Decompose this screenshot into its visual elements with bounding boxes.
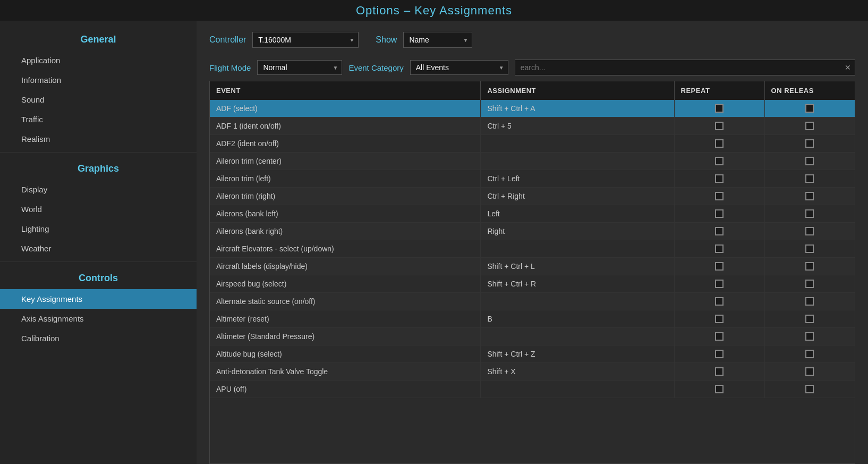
onrelease-checkbox[interactable]: [805, 227, 814, 235]
table-row[interactable]: Aileron trim (right)Ctrl + Right: [210, 188, 855, 205]
onrelease-checkbox[interactable]: [805, 280, 814, 288]
cell-assignment: Right: [481, 223, 674, 240]
table-row[interactable]: Ailerons (bank left)Left: [210, 205, 855, 223]
cell-onrelease: [764, 275, 855, 293]
cell-onrelease: [764, 223, 855, 240]
search-input[interactable]: [515, 60, 855, 75]
controller-select[interactable]: T.16000M Keyboard Mouse: [252, 32, 359, 48]
sidebar-divider-1: [0, 152, 197, 153]
table-row[interactable]: Anti-detonation Tank Valve ToggleShift +…: [210, 363, 855, 381]
repeat-checkbox[interactable]: [715, 367, 724, 376]
cell-assignment: [481, 240, 674, 258]
repeat-checkbox[interactable]: [715, 122, 724, 130]
cell-event: ADF 1 (ident on/off): [210, 117, 481, 135]
cell-repeat: [674, 363, 764, 381]
repeat-checkbox[interactable]: [715, 350, 724, 358]
table-row[interactable]: Alternate static source (on/off): [210, 293, 855, 310]
onrelease-checkbox[interactable]: [805, 139, 814, 148]
repeat-checkbox[interactable]: [715, 192, 724, 200]
repeat-checkbox[interactable]: [715, 262, 724, 271]
controller-label: Controller: [209, 35, 246, 45]
cell-repeat: [674, 293, 764, 310]
table-row[interactable]: Altimeter (reset)B: [210, 310, 855, 328]
table-row[interactable]: Aileron trim (center): [210, 153, 855, 170]
repeat-checkbox[interactable]: [715, 315, 724, 323]
table-row[interactable]: ADF (select)Shift + Ctrl + A: [210, 100, 855, 117]
sidebar-item-lighting[interactable]: Lighting: [0, 219, 197, 239]
table-row[interactable]: Airspeed bug (select)Shift + Ctrl + R: [210, 275, 855, 293]
header-assignment: ASSIGNMENT: [481, 81, 674, 100]
table-row[interactable]: Aircraft Elevators - select (up/down): [210, 240, 855, 258]
sidebar-item-traffic[interactable]: Traffic: [0, 109, 197, 129]
table-row[interactable]: Altitude bug (select)Shift + Ctrl + Z: [210, 345, 855, 363]
onrelease-checkbox[interactable]: [805, 297, 814, 306]
sidebar-item-sound[interactable]: Sound: [0, 90, 197, 109]
repeat-checkbox[interactable]: [715, 297, 724, 306]
repeat-checkbox[interactable]: [715, 385, 724, 393]
repeat-checkbox[interactable]: [715, 227, 724, 235]
repeat-checkbox[interactable]: [715, 280, 724, 288]
cell-assignment: B: [481, 310, 674, 328]
show-select[interactable]: Name Input Both: [403, 32, 472, 48]
onrelease-checkbox[interactable]: [805, 315, 814, 323]
main-layout: General Application Information Sound Tr…: [0, 21, 868, 464]
sidebar-item-calibration[interactable]: Calibration: [0, 328, 197, 348]
cell-assignment: [481, 328, 674, 345]
onrelease-checkbox[interactable]: [805, 122, 814, 130]
cell-assignment: Shift + Ctrl + R: [481, 275, 674, 293]
cell-event: Aircraft Elevators - select (up/down): [210, 240, 481, 258]
onrelease-checkbox[interactable]: [805, 174, 814, 183]
cell-event: Ailerons (bank right): [210, 223, 481, 240]
event-category-select[interactable]: All Events Flight Controls Engine Naviga…: [410, 60, 508, 75]
onrelease-checkbox[interactable]: [805, 385, 814, 393]
repeat-checkbox[interactable]: [715, 209, 724, 218]
cell-assignment: Left: [481, 205, 674, 223]
sidebar-item-display[interactable]: Display: [0, 180, 197, 199]
table-row[interactable]: ADF2 (ident on/off): [210, 135, 855, 153]
cell-repeat: [674, 188, 764, 205]
cell-onrelease: [764, 328, 855, 345]
search-clear-icon[interactable]: ✕: [845, 63, 851, 72]
onrelease-checkbox[interactable]: [805, 244, 814, 253]
sidebar-item-world[interactable]: World: [0, 199, 197, 219]
cell-onrelease: [764, 293, 855, 310]
table-row[interactable]: ADF 1 (ident on/off)Ctrl + 5: [210, 117, 855, 135]
onrelease-checkbox[interactable]: [805, 350, 814, 358]
table-row[interactable]: APU (off): [210, 381, 855, 398]
sidebar-item-key-assignments[interactable]: Key Assignments: [0, 289, 197, 309]
repeat-checkbox[interactable]: [715, 104, 724, 113]
sidebar-item-realism[interactable]: Realism: [0, 129, 197, 149]
cell-repeat: [674, 381, 764, 398]
onrelease-checkbox[interactable]: [805, 192, 814, 200]
repeat-checkbox[interactable]: [715, 174, 724, 183]
cell-event: Aileron trim (left): [210, 170, 481, 188]
onrelease-checkbox[interactable]: [805, 209, 814, 218]
sidebar-item-axis-assignments[interactable]: Axis Assignments: [0, 309, 197, 328]
onrelease-checkbox[interactable]: [805, 262, 814, 271]
flight-mode-select[interactable]: Normal All In-Flight On Ground: [257, 60, 342, 75]
sidebar-item-application[interactable]: Application: [0, 50, 197, 70]
onrelease-checkbox[interactable]: [805, 367, 814, 376]
table-row[interactable]: Aircraft labels (display/hide)Shift + Ct…: [210, 258, 855, 275]
repeat-checkbox[interactable]: [715, 244, 724, 253]
sidebar-general-title: General: [0, 27, 197, 50]
repeat-checkbox[interactable]: [715, 157, 724, 165]
sidebar-item-weather[interactable]: Weather: [0, 239, 197, 258]
onrelease-checkbox[interactable]: [805, 104, 814, 113]
table-row[interactable]: Altimeter (Standard Pressure): [210, 328, 855, 345]
onrelease-checkbox[interactable]: [805, 332, 814, 341]
repeat-checkbox[interactable]: [715, 139, 724, 148]
sidebar-graphics-title: Graphics: [0, 156, 197, 180]
table-row[interactable]: Ailerons (bank right)Right: [210, 223, 855, 240]
header-repeat: REPEAT: [674, 81, 764, 100]
repeat-checkbox[interactable]: [715, 332, 724, 341]
onrelease-checkbox[interactable]: [805, 157, 814, 165]
sidebar-item-information[interactable]: Information: [0, 70, 197, 90]
sidebar-controls-title: Controls: [0, 265, 197, 289]
table-row[interactable]: Aileron trim (left)Ctrl + Left: [210, 170, 855, 188]
cell-assignment: Shift + Ctrl + L: [481, 258, 674, 275]
events-table-container[interactable]: EVENT ASSIGNMENT REPEAT ON RELEAS ADF (s…: [209, 81, 855, 464]
cell-event: Airspeed bug (select): [210, 275, 481, 293]
cell-onrelease: [764, 170, 855, 188]
cell-onrelease: [764, 205, 855, 223]
